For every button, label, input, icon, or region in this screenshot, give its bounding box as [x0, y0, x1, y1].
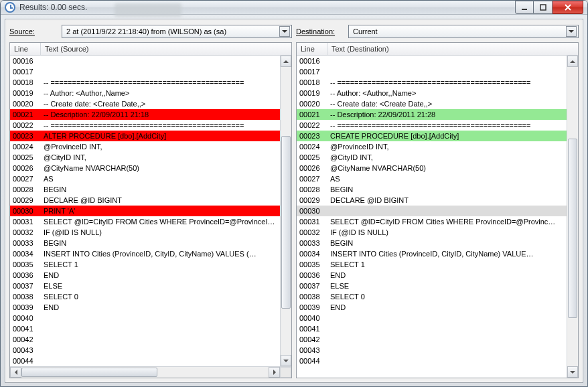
code-row[interactable]: 00038 SELECT 0: [10, 291, 280, 302]
code-row[interactable]: 00037 ELSE: [10, 281, 280, 291]
scroll-thumb[interactable]: [281, 136, 291, 309]
titlebar[interactable]: Results: 0.00 secs.: [1, 1, 587, 15]
line-text: BEGIN: [327, 184, 567, 195]
code-row[interactable]: 00036 END: [10, 270, 280, 281]
code-row[interactable]: 00041: [10, 323, 280, 334]
code-row[interactable]: 00016: [10, 56, 280, 66]
code-row[interactable]: 00039END: [10, 302, 280, 313]
chevron-down-icon[interactable]: [279, 26, 290, 37]
code-row[interactable]: 00042: [297, 334, 567, 345]
code-row[interactable]: 00044: [297, 356, 567, 366]
code-row[interactable]: 00026 @CityName NVARCHAR(50): [10, 163, 280, 173]
scroll-track[interactable]: [21, 367, 269, 378]
code-row[interactable]: 00030: [297, 206, 567, 216]
line-text: AS: [41, 173, 280, 184]
code-row[interactable]: 00044: [10, 356, 280, 366]
code-row[interactable]: 00031 SELECT @ID=CityID FROM Cities WHER…: [10, 216, 280, 227]
scroll-up-button[interactable]: [281, 56, 291, 67]
code-row[interactable]: 00043: [10, 345, 280, 356]
minimize-button[interactable]: [515, 1, 534, 14]
line-text: @CityName NVARCHAR(50): [41, 163, 280, 173]
source-hscrollbar[interactable]: [10, 366, 291, 378]
code-row[interactable]: 00021-- Description: 22/09/2011 21:28: [297, 109, 567, 120]
source-vscrollbar[interactable]: [280, 56, 291, 366]
code-row[interactable]: 00021-- Description: 22/09/2011 21:18: [10, 109, 280, 120]
close-button[interactable]: [553, 1, 583, 14]
line-number: 00030: [297, 206, 327, 216]
column-header-line[interactable]: Line: [10, 43, 41, 55]
code-row[interactable]: 00035 SELECT 1: [297, 259, 567, 270]
code-row[interactable]: 00027AS: [10, 173, 280, 184]
code-row[interactable]: 00019-- Author: <Author,,Name>: [297, 88, 567, 98]
code-row[interactable]: 00016: [297, 56, 567, 66]
code-row[interactable]: 00040: [297, 313, 567, 323]
code-row[interactable]: 00042: [10, 334, 280, 345]
code-row[interactable]: 00024 @ProvinceID INT,: [297, 141, 567, 152]
code-row[interactable]: 00043: [297, 345, 567, 356]
destination-rows[interactable]: 000160001700018-- ======================…: [297, 56, 567, 378]
code-row[interactable]: 00028BEGIN: [10, 184, 280, 195]
code-row[interactable]: 00040: [10, 313, 280, 323]
destination-dropdown[interactable]: Current: [348, 25, 579, 38]
scroll-thumb[interactable]: [21, 368, 157, 377]
code-row[interactable]: 00025 @CityID INT,: [297, 152, 567, 163]
code-row[interactable]: 00018-- ================================…: [297, 77, 567, 88]
code-row[interactable]: 00037 ELSE: [297, 281, 567, 291]
code-row[interactable]: 00031 SELECT @ID=CityID FROM Cities WHER…: [297, 216, 567, 227]
code-row[interactable]: 00019-- Author: <Author,,Name>: [10, 88, 280, 98]
code-row[interactable]: 00017: [297, 66, 567, 77]
code-row[interactable]: 00027AS: [297, 173, 567, 184]
column-header-line[interactable]: Line: [297, 43, 327, 55]
code-row[interactable]: 00032 IF (@ID IS NULL): [10, 227, 280, 238]
code-row[interactable]: 00020-- Create date: <Create Date,,>: [10, 98, 280, 109]
line-number: 00037: [297, 281, 327, 291]
line-number: 00035: [297, 259, 327, 270]
scroll-down-button[interactable]: [567, 366, 578, 378]
destination-vscrollbar[interactable]: [567, 56, 578, 378]
maximize-button[interactable]: [534, 1, 553, 14]
line-number: 00026: [10, 163, 41, 173]
source-dropdown[interactable]: 2 at (2011/9/22 21:18:40) from (WILSON) …: [62, 25, 292, 38]
scroll-track[interactable]: [281, 67, 291, 355]
code-row[interactable]: 00017: [10, 66, 280, 77]
line-number: 00032: [297, 227, 327, 238]
line-text: BEGIN: [41, 184, 280, 195]
code-row[interactable]: 00035 SELECT 1: [10, 259, 280, 270]
code-row[interactable]: 00018-- ================================…: [10, 77, 280, 88]
code-row[interactable]: 00036 END: [297, 270, 567, 281]
code-row[interactable]: 00032 IF (@ID IS NULL): [297, 227, 567, 238]
scroll-thumb[interactable]: [568, 139, 577, 318]
code-row[interactable]: 00041: [297, 323, 567, 334]
line-number: 00040: [297, 313, 327, 323]
scroll-up-button[interactable]: [567, 56, 578, 67]
scroll-track[interactable]: [567, 67, 578, 366]
code-row[interactable]: 00029 DECLARE @ID BIGINT: [297, 195, 567, 206]
chevron-down-icon[interactable]: [566, 26, 577, 37]
source-rows[interactable]: 000160001700018-- ======================…: [10, 56, 280, 366]
scroll-down-button[interactable]: [281, 355, 291, 366]
code-row[interactable]: 00033 BEGIN: [297, 238, 567, 248]
code-row[interactable]: 00023CREATE PROCEDURE [dbo].[AddCity]: [297, 131, 567, 141]
code-row[interactable]: 00025 @CityID INT,: [10, 152, 280, 163]
code-row[interactable]: 00034 INSERT INTO Cities (ProvinceID, Ci…: [10, 248, 280, 259]
scroll-left-button[interactable]: [10, 367, 21, 378]
code-row[interactable]: 00029 DECLARE @ID BIGINT: [10, 195, 280, 206]
code-row[interactable]: 00024 @ProvinceID INT,: [10, 141, 280, 152]
code-row[interactable]: 00026 @CityName NVARCHAR(50): [297, 163, 567, 173]
code-row[interactable]: 00038 SELECT 0: [297, 291, 567, 302]
scroll-right-button[interactable]: [269, 367, 280, 378]
code-row[interactable]: 00020-- Create date: <Create Date,,>: [297, 98, 567, 109]
line-number: 00036: [10, 270, 41, 281]
code-row[interactable]: 00028BEGIN: [297, 184, 567, 195]
code-row[interactable]: 00033 BEGIN: [10, 238, 280, 248]
line-number: 00023: [10, 131, 41, 141]
column-header-text-source[interactable]: Text (Source): [41, 43, 291, 55]
code-row[interactable]: 00022-- ================================…: [10, 120, 280, 131]
code-row[interactable]: 00030 PRINT 'A': [10, 206, 280, 216]
column-header-text-destination[interactable]: Text (Destination): [327, 43, 578, 55]
line-number: 00022: [10, 120, 41, 131]
code-row[interactable]: 00022-- ================================…: [297, 120, 567, 131]
code-row[interactable]: 00023ALTER PROCEDURE [dbo].[AddCity]: [10, 131, 280, 141]
code-row[interactable]: 00034 INSERT INTO Cities (ProvinceID, Ci…: [297, 248, 567, 259]
code-row[interactable]: 00039END: [297, 302, 567, 313]
